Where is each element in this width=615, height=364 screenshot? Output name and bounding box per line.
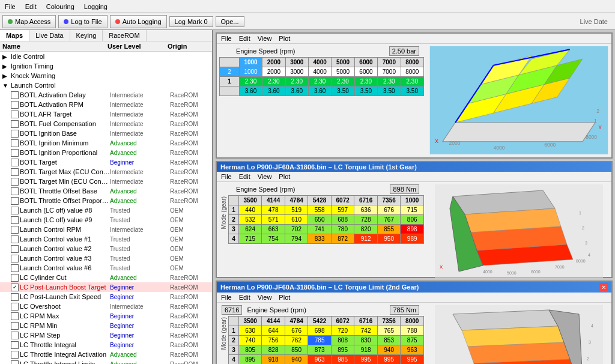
tree-checkbox[interactable] <box>11 351 19 359</box>
tree-item[interactable]: BOTL Ignition ProportionalAdvancedRaceRO… <box>0 148 212 157</box>
tree-item[interactable]: LC Post-Launch Exit SpeedBeginnerRaceROM <box>0 292 212 302</box>
window3-close-button[interactable]: ✕ <box>599 283 608 291</box>
tree-item[interactable]: Launch Control value #3TrustedOEM <box>0 253 212 263</box>
menu-logging[interactable]: Logging <box>79 2 112 11</box>
tree-checkbox[interactable] <box>11 120 19 128</box>
tree-item[interactable]: LC Throttle Integral LimitsAdvancedRaceR… <box>0 359 212 364</box>
tree-item[interactable]: BOTL Ignition BaseIntermediateRaceROM <box>0 129 212 138</box>
tab-keying[interactable]: Keying <box>70 30 103 41</box>
tree-item[interactable]: BOTL Ignition MinimumAdvancedRaceROM <box>0 138 212 148</box>
tree-item[interactable]: LC OvershootIntermediateRaceROM <box>0 302 212 311</box>
menu-edit[interactable]: Edit <box>20 2 41 11</box>
tree-checkbox[interactable] <box>11 341 19 349</box>
tree-checkbox[interactable] <box>11 322 19 330</box>
tree-item[interactable]: LC Cylinder CutAdvancedRaceROM <box>0 273 212 282</box>
tree-item[interactable]: LC Post-Launch Boost TargetBeginnerRaceR… <box>0 282 212 292</box>
tree-checkbox[interactable] <box>11 264 19 272</box>
tree-checkbox[interactable] <box>11 332 19 339</box>
w1-file[interactable]: File <box>217 34 235 43</box>
tree-checkbox[interactable] <box>11 226 19 234</box>
tree-item[interactable]: BOTL Throttle Offset BaseAdvancedRaceROM <box>0 186 212 196</box>
tree-checkbox[interactable] <box>11 303 19 311</box>
tree-item[interactable]: BOTL Target Max (ECU Connect)Intermediat… <box>0 167 212 177</box>
w2-file[interactable]: File <box>217 172 235 181</box>
tree-checkbox[interactable] <box>11 101 19 109</box>
tree-checkbox[interactable] <box>11 197 19 205</box>
tree-item[interactable]: Launch Control RPMIntermediateOEM <box>0 225 212 234</box>
tab-maps[interactable]: Maps <box>0 30 29 41</box>
tree-item[interactable]: ▼Launch Control <box>0 80 212 90</box>
tree-checkbox[interactable] <box>11 255 19 262</box>
tree-checkbox[interactable] <box>11 187 19 195</box>
open-button[interactable]: Ope... <box>216 16 244 27</box>
tree-checkbox[interactable] <box>11 149 19 157</box>
w3-file[interactable]: File <box>217 293 235 302</box>
tree-checkbox[interactable] <box>11 207 19 214</box>
tree-item[interactable]: LC Throttle Integral ActivationAdvancedR… <box>0 350 212 359</box>
tree-item[interactable]: LC RPM StepBeginnerRaceROM <box>0 330 212 340</box>
tree-checkbox[interactable] <box>11 178 19 186</box>
tree-expander[interactable]: ▼ <box>2 82 11 89</box>
tree-item[interactable]: Launch Control value #1TrustedOEM <box>0 234 212 244</box>
tree-item[interactable]: BOTL Fuel CompensationIntermediateRaceRO… <box>0 119 212 129</box>
tree-expander[interactable]: ▶ <box>2 53 11 60</box>
tree-expander[interactable]: ▶ <box>2 63 11 70</box>
tree-item[interactable]: BOTL Activation RPMIntermediateRaceROM <box>0 100 212 109</box>
tree-checkbox[interactable] <box>11 91 19 99</box>
w1-edit[interactable]: Edit <box>235 34 254 43</box>
tree-checkbox[interactable] <box>11 312 19 320</box>
tree-item[interactable]: LC RPM MaxBeginnerRaceROM <box>0 311 212 321</box>
w3-view[interactable]: View <box>254 293 276 302</box>
tree-item[interactable]: BOTL Throttle Offset ProportionalAdvance… <box>0 196 212 205</box>
tree-checkbox[interactable] <box>11 130 19 138</box>
tree-checkbox[interactable] <box>11 284 19 291</box>
tree-item[interactable]: ▶Knock Warning <box>0 71 212 80</box>
tree-checkbox[interactable] <box>11 111 19 118</box>
menu-file[interactable]: File <box>0 2 20 11</box>
w3-plot[interactable]: Plot <box>275 293 294 302</box>
tree-item[interactable]: Launch (LC off) value #8TrustedOEM <box>0 205 212 215</box>
tree-body[interactable]: ▶Idle Control▶Ignition Timing▶Knock Warn… <box>0 52 212 364</box>
tree-checkbox[interactable] <box>11 216 19 224</box>
tree-item[interactable]: ▶Idle Control <box>0 52 212 61</box>
svg-text:6000: 6000 <box>531 270 541 274</box>
tree-item[interactable]: BOTL Activation DelayIntermediateRaceROM <box>0 90 212 100</box>
w2-edit[interactable]: Edit <box>235 172 254 181</box>
tree-item[interactable]: ▶Ignition Timing <box>0 61 212 71</box>
tree-item[interactable]: Launch Control value #6TrustedOEM <box>0 263 212 273</box>
tree-item[interactable]: Launch (LC off) value #9TrustedOEM <box>0 215 212 225</box>
tree-item-origin: RaceROM <box>170 159 212 166</box>
log-to-file-button[interactable]: Log to File <box>58 15 107 28</box>
tab-racerom[interactable]: RaceROM <box>103 30 146 41</box>
w2-rpm-label: Engine Speed (rpm) <box>234 185 297 193</box>
w1-view[interactable]: View <box>254 34 276 43</box>
tree-checkbox[interactable] <box>11 274 19 282</box>
tree-checkbox[interactable] <box>11 139 19 147</box>
w3-edit[interactable]: Edit <box>235 293 254 302</box>
tree-checkbox[interactable] <box>11 360 19 365</box>
tree-item-label: Launch Control value #3 <box>20 255 110 262</box>
w1-plot[interactable]: Plot <box>275 34 294 43</box>
tree-checkbox[interactable] <box>11 168 19 176</box>
tree-item[interactable]: Launch Control value #2TrustedOEM <box>0 244 212 253</box>
w2-view[interactable]: View <box>254 172 276 181</box>
w2-header-row: Engine Speed (rpm) 898 Nm <box>219 184 424 194</box>
svg-text:4000: 4000 <box>483 270 492 274</box>
w2-plot[interactable]: Plot <box>275 172 294 181</box>
log-mark-button[interactable]: Log Mark 0 <box>169 16 213 27</box>
menu-colouring[interactable]: Colouring <box>41 2 79 11</box>
tree-item[interactable]: BOTL AFR TargetIntermediateRaceROM <box>0 109 212 119</box>
tree-checkbox[interactable] <box>11 159 19 166</box>
tree-item[interactable]: LC Throttle IntegralBeginnerRaceROM <box>0 340 212 350</box>
tab-live-data[interactable]: Live Data <box>29 30 70 41</box>
tree-checkbox[interactable] <box>11 235 19 243</box>
tree-item[interactable]: BOTL Target Min (ECU Connect)Intermediat… <box>0 177 212 186</box>
tree-checkbox[interactable] <box>11 293 19 301</box>
tree-expander[interactable]: ▶ <box>2 73 11 79</box>
tree-item[interactable]: BOTL TargetBeginnerRaceROM <box>0 157 212 167</box>
tree-item[interactable]: LC RPM MinBeginnerRaceROM <box>0 321 212 330</box>
auto-logging-button[interactable]: Auto Logging <box>110 15 167 28</box>
svg-text:X: X <box>435 138 438 144</box>
map-access-button[interactable]: Map Access <box>2 15 56 28</box>
tree-checkbox[interactable] <box>11 245 19 253</box>
